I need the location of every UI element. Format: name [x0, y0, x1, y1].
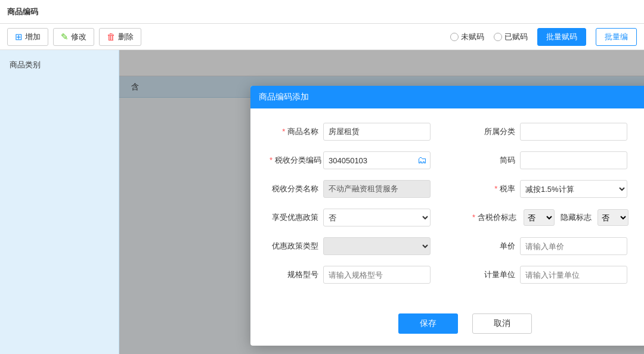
tax-category-input: [323, 180, 431, 198]
preference-select[interactable]: 否 是: [323, 209, 431, 226]
tax-included-label: 含税价标志: [472, 212, 520, 223]
form-right-3: 税率 减按1.5%计算 1% 3% 6% 9% 13%: [472, 180, 644, 198]
delete-button[interactable]: 🗑 删除: [99, 28, 141, 46]
edit-button[interactable]: ✎ 修改: [53, 28, 94, 46]
tax-rate-select[interactable]: 减按1.5%计算 1% 3% 6% 9% 13%: [520, 180, 627, 198]
batch-other-button[interactable]: 批量编: [596, 28, 637, 46]
cancel-button[interactable]: 取消: [472, 313, 532, 334]
tax-rate-label: 税率: [472, 184, 520, 194]
form-row-4: 享受优惠政策 否 是 含税价标志 否 是 隐藏标志: [270, 209, 644, 226]
copy-icon[interactable]: 🗂: [417, 155, 427, 166]
save-button[interactable]: 保存: [398, 313, 458, 334]
dialog-header: 商品编码添加 ×: [250, 86, 644, 108]
form-right-5: 单价: [472, 237, 644, 255]
form-left-5: 优惠政策类型: [270, 237, 472, 255]
radio-group: 未赋码 已赋码 批量赋码 批量编: [450, 28, 637, 46]
unit-price-input[interactable]: [520, 237, 627, 255]
product-name-label: 商品名称: [270, 126, 323, 137]
dialog-footer: 保存 取消: [250, 304, 644, 346]
content-area: 商品类别 含 商品编码添加 × 商品名称: [0, 50, 644, 354]
add-label: 增加: [25, 32, 41, 42]
tax-code-input[interactable]: [323, 151, 431, 169]
top-bar: 商品编码: [0, 0, 644, 24]
delete-label: 删除: [118, 32, 134, 42]
measure-label: 计量单位: [472, 269, 520, 280]
preference-type-label: 优惠政策类型: [270, 241, 323, 251]
radio-unassigned[interactable]: 未赋码: [450, 32, 484, 42]
spec-input[interactable]: [323, 266, 431, 284]
toolbar: ⊞ 增加 ✎ 修改 🗑 删除 未赋码 已赋码 批量赋码 批量编: [0, 24, 644, 50]
add-icon: ⊞: [15, 32, 23, 42]
form-left-4: 享受优惠政策 否 是: [270, 209, 472, 226]
tax-code-label: 税收分类编码: [270, 155, 323, 166]
category-input[interactable]: [520, 123, 627, 141]
edit-icon: ✎: [61, 32, 69, 42]
form-row-5: 优惠政策类型 单价: [270, 237, 644, 255]
dialog-title: 商品编码添加: [259, 92, 309, 103]
spec-label: 规格型号: [270, 269, 323, 280]
form-row-2: 税收分类编码 🗂 简码: [270, 151, 644, 169]
form-right-1: 所属分类: [472, 123, 644, 141]
form-right-6: 计量单位: [472, 266, 644, 284]
edit-label: 修改: [71, 32, 86, 42]
form-left-1: 商品名称: [270, 123, 472, 141]
preference-label: 享受优惠政策: [270, 212, 323, 223]
form-left-3: 税收分类名称: [270, 180, 472, 198]
dialog-product-code-add: 商品编码添加 × 商品名称 所属分类: [250, 86, 644, 346]
product-name-input[interactable]: [323, 123, 431, 141]
form-row-3: 税收分类名称 税率 减按1.5%计算 1% 3% 6% 9% 13%: [270, 180, 644, 198]
form-left-2: 税收分类编码 🗂: [270, 151, 472, 169]
form-row-1: 商品名称 所属分类: [270, 123, 644, 141]
unit-price-label: 单价: [472, 241, 520, 251]
sidebar: 商品类别: [0, 50, 119, 354]
hidden-select[interactable]: 否 是: [597, 209, 628, 226]
tax-code-input-wrapper: 🗂: [323, 151, 431, 169]
sidebar-title: 商品类别: [0, 56, 119, 74]
form-row-6: 规格型号 计量单位: [270, 266, 644, 284]
category-label: 所属分类: [472, 126, 520, 137]
form-left-6: 规格型号: [270, 266, 472, 284]
tax-category-label: 税收分类名称: [270, 184, 323, 194]
measure-input[interactable]: [520, 266, 627, 284]
short-code-input[interactable]: [520, 151, 627, 169]
app-title: 商品编码: [7, 7, 38, 17]
preference-type-select[interactable]: [323, 237, 431, 255]
radio-unassigned-label: 未赋码: [461, 32, 484, 42]
hidden-flag-label: 隐藏标志: [558, 212, 594, 223]
short-code-label: 简码: [472, 155, 520, 166]
dialog-body: 商品名称 所属分类 税收分类编码 🗂: [250, 108, 644, 304]
main-area: 含 商品编码添加 × 商品名称 所属分类: [119, 50, 644, 354]
batch-assign-button[interactable]: 批量赋码: [537, 28, 586, 46]
delete-icon: 🗑: [107, 32, 116, 42]
form-right-4: 含税价标志 否 是 隐藏标志 否 是: [472, 209, 644, 226]
radio-circle-assigned: [494, 33, 502, 41]
form-right-2: 简码: [472, 151, 644, 169]
radio-assigned[interactable]: 已赋码: [494, 32, 528, 42]
add-button[interactable]: ⊞ 增加: [7, 28, 48, 46]
tax-included-select[interactable]: 否 是: [524, 209, 555, 226]
radio-assigned-label: 已赋码: [504, 32, 528, 42]
radio-circle-unassigned: [450, 33, 459, 41]
